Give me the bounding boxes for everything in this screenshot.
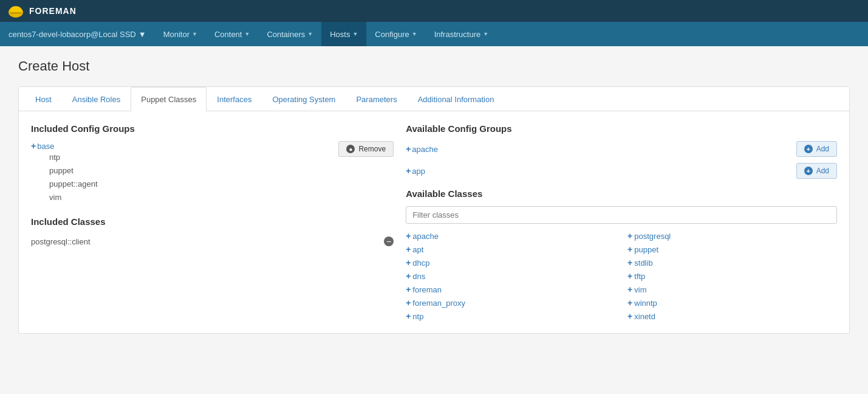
class-name: tftp bbox=[634, 272, 645, 281]
tab-puppet-classes[interactable]: Puppet Classes bbox=[131, 87, 207, 111]
class-name: stdlib bbox=[634, 258, 652, 268]
chevron-down-icon: ▼ bbox=[192, 31, 197, 37]
nav-content[interactable]: Content ▼ bbox=[206, 22, 258, 46]
available-class-link[interactable]: +ntp bbox=[406, 311, 615, 321]
filter-classes-input[interactable] bbox=[406, 206, 837, 224]
available-classes-title: Available Classes bbox=[406, 188, 837, 199]
svg-rect-2 bbox=[10, 12, 22, 14]
tab-additional-information[interactable]: Additional Information bbox=[408, 87, 505, 111]
add-label: Add bbox=[816, 167, 829, 175]
sub-item: puppet bbox=[49, 164, 98, 178]
context-label: centos7-devel-lobacorp@Local SSD bbox=[9, 30, 136, 39]
tab-interfaces[interactable]: Interfaces bbox=[207, 87, 262, 111]
plus-icon: + bbox=[406, 244, 411, 254]
plus-icon: + bbox=[406, 144, 411, 154]
plus-icon: + bbox=[627, 311, 632, 321]
plus-icon: + bbox=[406, 271, 411, 281]
main-container: Host Ansible Roles Puppet Classes Interf… bbox=[18, 86, 850, 334]
plus-icon: + bbox=[406, 166, 411, 176]
plus-icon: + bbox=[406, 311, 411, 321]
included-class-row: postgresql::client − bbox=[31, 234, 394, 249]
available-group-link[interactable]: + apache bbox=[406, 144, 438, 154]
available-class-link[interactable]: +puppet bbox=[627, 244, 837, 254]
two-column-layout: Included Config Groups + base ntppuppetp… bbox=[31, 123, 837, 321]
navbar: centos7-devel-lobacorp@Local SSD ▼ Monit… bbox=[0, 22, 868, 46]
nav-containers[interactable]: Containers ▼ bbox=[258, 22, 321, 46]
add-config-group-button[interactable]: + Add bbox=[796, 163, 837, 179]
nav-monitor[interactable]: Monitor ▼ bbox=[155, 22, 206, 46]
class-name: foreman bbox=[412, 285, 442, 294]
included-class-name: postgresql::client bbox=[31, 237, 91, 246]
available-class-link[interactable]: +tftp bbox=[627, 271, 837, 281]
available-class-link[interactable]: +postgresql bbox=[627, 231, 837, 241]
included-sub-items: ntppuppetpuppet::agentvim bbox=[49, 151, 98, 204]
class-name: vim bbox=[634, 285, 646, 294]
available-class-link[interactable]: +winntp bbox=[627, 298, 837, 308]
nav-hosts[interactable]: Hosts ▼ bbox=[321, 22, 366, 46]
available-class-link[interactable]: +vim bbox=[627, 285, 837, 294]
sub-item: vim bbox=[49, 191, 98, 204]
class-name: xinetd bbox=[634, 312, 655, 321]
plus-icon: + bbox=[406, 258, 411, 268]
available-class-link[interactable]: +dns bbox=[406, 271, 615, 281]
class-name: dns bbox=[412, 272, 425, 281]
available-classes-grid: +apache+apt+dhcp+dns+foreman+foreman_pro… bbox=[406, 231, 837, 321]
chevron-down-icon: ▼ bbox=[307, 31, 313, 37]
add-label: Add bbox=[816, 145, 829, 153]
foreman-logo bbox=[7, 2, 24, 19]
included-group-entry: + base ntppuppetpuppet::agentvim bbox=[31, 141, 98, 204]
included-classes-title: Included Classes bbox=[31, 216, 394, 227]
brand-name: FOREMAN bbox=[29, 6, 77, 16]
topbar: FOREMAN bbox=[0, 0, 868, 22]
tab-ansible-roles[interactable]: Ansible Roles bbox=[62, 87, 131, 111]
plus-icon: + bbox=[406, 298, 411, 308]
available-class-link[interactable]: +foreman_proxy bbox=[406, 298, 615, 308]
page-header: Create Host bbox=[0, 46, 868, 80]
plus-icon: + bbox=[406, 231, 411, 241]
plus-icon: + bbox=[406, 285, 411, 294]
class-name: apt bbox=[412, 245, 423, 254]
left-column: Included Config Groups + base ntppuppetp… bbox=[31, 123, 394, 321]
tab-host[interactable]: Host bbox=[25, 87, 62, 111]
page-title: Create Host bbox=[18, 58, 850, 74]
plus-icon: + bbox=[627, 285, 632, 294]
remove-class-button[interactable]: − bbox=[384, 237, 394, 246]
plus-icon: + bbox=[627, 298, 632, 308]
plus-icon: + bbox=[31, 141, 36, 151]
chevron-down-icon: ▼ bbox=[483, 31, 488, 37]
class-name: ntp bbox=[412, 312, 423, 321]
add-circle-icon: + bbox=[804, 167, 813, 175]
navbar-context[interactable]: centos7-devel-lobacorp@Local SSD ▼ bbox=[0, 22, 155, 46]
brand[interactable]: FOREMAN bbox=[7, 2, 77, 19]
plus-icon: + bbox=[627, 244, 632, 254]
nav-infrastructure[interactable]: Infrastructure ▼ bbox=[426, 22, 497, 46]
tab-parameters[interactable]: Parameters bbox=[346, 87, 407, 111]
sub-item: puppet::agent bbox=[49, 178, 98, 191]
available-config-group-row: + apache + Add bbox=[406, 141, 837, 157]
available-group-link[interactable]: + app bbox=[406, 166, 425, 176]
available-classes-col2: +postgresql+puppet+stdlib+tftp+vim+winnt… bbox=[627, 231, 837, 321]
available-config-groups-title: Available Config Groups bbox=[406, 123, 837, 134]
available-class-link[interactable]: +dhcp bbox=[406, 258, 615, 268]
available-classes-col1: +apache+apt+dhcp+dns+foreman+foreman_pro… bbox=[406, 231, 615, 321]
plus-icon: + bbox=[627, 258, 632, 268]
right-column: Available Config Groups + apache + Add +… bbox=[406, 123, 837, 321]
add-config-group-button[interactable]: + Add bbox=[796, 141, 837, 157]
available-class-link[interactable]: +stdlib bbox=[627, 258, 837, 268]
add-circle-icon: + bbox=[804, 145, 813, 153]
tabs-bar: Host Ansible Roles Puppet Classes Interf… bbox=[19, 87, 849, 111]
class-name: dhcp bbox=[412, 258, 429, 268]
nav-configure[interactable]: Configure ▼ bbox=[366, 22, 425, 46]
class-name: winntp bbox=[634, 299, 657, 308]
chevron-down-icon: ▼ bbox=[352, 31, 358, 37]
class-name: puppet bbox=[634, 245, 658, 254]
available-class-link[interactable]: +apt bbox=[406, 244, 615, 254]
available-class-link[interactable]: +xinetd bbox=[627, 311, 837, 321]
available-class-link[interactable]: +apache bbox=[406, 231, 615, 241]
tab-operating-system[interactable]: Operating System bbox=[262, 87, 346, 111]
class-name: foreman_proxy bbox=[412, 299, 465, 308]
included-group-link[interactable]: + base bbox=[31, 141, 54, 151]
remove-button[interactable]: ● Remove bbox=[338, 141, 394, 157]
available-class-link[interactable]: +foreman bbox=[406, 285, 615, 294]
class-name: apache bbox=[412, 232, 439, 241]
